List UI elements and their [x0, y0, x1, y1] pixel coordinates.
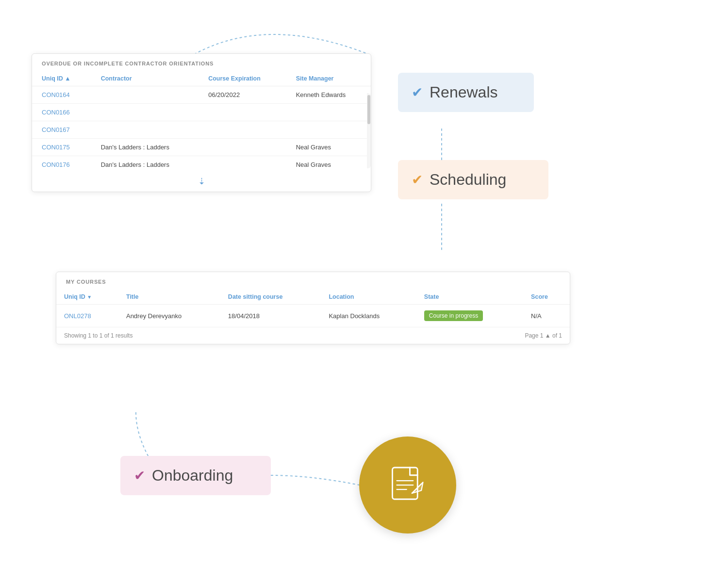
scheduling-check-icon: ✔ — [412, 173, 423, 187]
col-state[interactable]: State — [416, 290, 523, 305]
svg-rect-0 — [393, 468, 418, 499]
cell-score: N/A — [523, 305, 570, 327]
scroll-down-icon[interactable]: ⇣ — [32, 173, 371, 192]
my-courses-table: Uniq ID ▼ Title Date sitting course Loca… — [56, 290, 570, 327]
table-row: ONL0278 Andrey Derevyanko 18/04/2018 Kap… — [56, 305, 570, 327]
renewals-label: Renewals — [430, 83, 498, 101]
my-courses-title: MY COURSES — [56, 272, 570, 290]
cell-manager: Neal Graves — [286, 156, 371, 174]
cell-id: CON0176 — [32, 156, 91, 174]
table-row: CON0175 Dan's Ladders : Ladders Neal Gra… — [32, 139, 371, 156]
onboarding-check-icon: ✔ — [134, 469, 145, 483]
renewals-box: ✔ Renewals — [398, 73, 534, 112]
my-courses-card: MY COURSES Uniq ID ▼ Title Date sitting … — [56, 272, 570, 344]
col-uniq-id[interactable]: Uniq ID ▼ — [56, 290, 118, 305]
table-row: CON0167 — [32, 121, 371, 139]
cell-id: CON0166 — [32, 104, 91, 121]
document-icon — [386, 463, 430, 507]
cell-contractor — [91, 86, 199, 104]
cell-manager — [286, 104, 371, 121]
cell-expiration: 06/20/2022 — [199, 86, 286, 104]
cell-manager — [286, 121, 371, 139]
cell-expiration — [199, 156, 286, 174]
col-title[interactable]: Title — [118, 290, 220, 305]
cell-contractor — [91, 104, 199, 121]
cell-manager: Kenneth Edwards — [286, 86, 371, 104]
onboarding-box: ✔ Onboarding — [120, 456, 271, 495]
cell-contractor: Dan's Ladders : Ladders — [91, 139, 199, 156]
main-canvas: OVERDUE OR INCOMPLETE CONTRACTOR ORIENTA… — [0, 0, 728, 582]
cell-contractor — [91, 121, 199, 139]
col-contractor[interactable]: Contractor — [91, 71, 199, 86]
scheduling-label: Scheduling — [430, 171, 506, 189]
col-uniq-id[interactable]: Uniq ID ▲ — [32, 71, 91, 86]
col-date[interactable]: Date sitting course — [220, 290, 321, 305]
cell-date: 18/04/2018 — [220, 305, 321, 327]
cell-id: CON0175 — [32, 139, 91, 156]
table-footer: Showing 1 to 1 of 1 results Page 1 ▲ of … — [56, 327, 570, 344]
cell-id: CON0167 — [32, 121, 91, 139]
col-course-expiration[interactable]: Course Expiration — [199, 71, 286, 86]
cell-id: CON0164 — [32, 86, 91, 104]
top-table: Uniq ID ▲ Contractor Course Expiration S… — [32, 71, 371, 173]
gold-circle-icon — [359, 436, 456, 534]
table-scrollbar[interactable] — [367, 93, 371, 168]
cell-title: Andrey Derevyanko — [118, 305, 220, 327]
col-score[interactable]: Score — [523, 290, 570, 305]
cell-state: Course in progress — [416, 305, 523, 327]
cell-expiration — [199, 121, 286, 139]
renewals-check-icon: ✔ — [412, 86, 423, 99]
scheduling-box: ✔ Scheduling — [398, 160, 548, 199]
cell-contractor: Dan's Ladders : Ladders — [91, 156, 199, 174]
cell-expiration — [199, 104, 286, 121]
top-table-card: OVERDUE OR INCOMPLETE CONTRACTOR ORIENTA… — [32, 53, 371, 192]
cell-manager: Neal Graves — [286, 139, 371, 156]
page-info: Page 1 ▲ of 1 — [525, 332, 562, 339]
col-location[interactable]: Location — [321, 290, 416, 305]
cell-location: Kaplan Docklands — [321, 305, 416, 327]
status-badge: Course in progress — [424, 310, 483, 321]
col-site-manager[interactable]: Site Manager — [286, 71, 371, 86]
cell-id: ONL0278 — [56, 305, 118, 327]
table-row: CON0164 06/20/2022 Kenneth Edwards — [32, 86, 371, 104]
onboarding-label: Onboarding — [152, 467, 233, 485]
results-count: Showing 1 to 1 of 1 results — [64, 332, 132, 339]
table-row: CON0176 Dan's Ladders : Ladders Neal Gra… — [32, 156, 371, 174]
table-scrollbar-thumb — [367, 95, 370, 124]
sort-arrow-icon: ▼ — [87, 294, 92, 300]
table-row: CON0166 — [32, 104, 371, 121]
cell-expiration — [199, 139, 286, 156]
top-table-title: OVERDUE OR INCOMPLETE CONTRACTOR ORIENTA… — [32, 54, 371, 71]
